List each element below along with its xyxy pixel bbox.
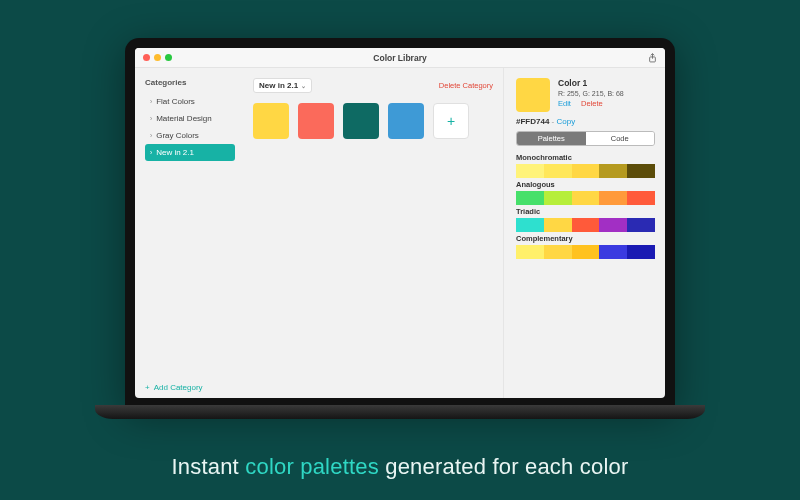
scheme-analogous: Analogous bbox=[516, 180, 655, 205]
delete-color-button[interactable]: Delete bbox=[581, 99, 603, 108]
scheme-color[interactable] bbox=[627, 218, 655, 232]
scheme-color[interactable] bbox=[516, 218, 544, 232]
chevron-right-icon: › bbox=[150, 132, 152, 139]
window-title: Color Library bbox=[135, 53, 665, 63]
scheme-strip bbox=[516, 164, 655, 178]
color-name: Color 1 bbox=[558, 78, 624, 88]
color-rgb-label: R: 255, G: 215, B: 68 bbox=[558, 90, 624, 97]
hex-value: #FFD744 bbox=[516, 117, 549, 126]
tab-code[interactable]: Code bbox=[586, 132, 655, 145]
scheme-triadic: Triadic bbox=[516, 207, 655, 232]
scheme-color[interactable] bbox=[599, 164, 627, 178]
scheme-title: Analogous bbox=[516, 180, 655, 189]
tagline: Instant color palettes generated for eac… bbox=[0, 454, 800, 480]
swatch-3[interactable] bbox=[388, 103, 424, 139]
scheme-strip bbox=[516, 218, 655, 232]
scheme-color[interactable] bbox=[627, 245, 655, 259]
scheme-color[interactable] bbox=[627, 164, 655, 178]
scheme-color[interactable] bbox=[572, 218, 600, 232]
detail-panel: Color 1 R: 255, G: 215, B: 68 Edit Delet… bbox=[503, 68, 665, 398]
swatch-1[interactable] bbox=[298, 103, 334, 139]
hex-row: #FFD744 - Copy bbox=[516, 117, 655, 126]
sidebar-item-1[interactable]: ›Material Design bbox=[145, 110, 235, 127]
sidebar-item-label: New in 2.1 bbox=[156, 148, 194, 157]
chevron-down-icon: ⌄ bbox=[301, 82, 306, 89]
scheme-color[interactable] bbox=[544, 245, 572, 259]
schemes: MonochromaticAnalogousTriadicComplementa… bbox=[516, 151, 655, 259]
scheme-color[interactable] bbox=[544, 218, 572, 232]
scheme-color[interactable] bbox=[544, 191, 572, 205]
sidebar-heading: Categories bbox=[145, 78, 235, 87]
sidebar-item-2[interactable]: ›Gray Colors bbox=[145, 127, 235, 144]
scheme-color[interactable] bbox=[599, 191, 627, 205]
scheme-color[interactable] bbox=[516, 245, 544, 259]
main-panel: New in 2.1 ⌄ Delete Category + bbox=[243, 68, 503, 398]
sidebar-item-label: Flat Colors bbox=[156, 97, 195, 106]
content-area: Categories ›Flat Colors›Material Design›… bbox=[135, 68, 665, 398]
laptop-frame: Color Library Categories ›Flat Colors›Ma… bbox=[125, 38, 675, 408]
app-window: Color Library Categories ›Flat Colors›Ma… bbox=[135, 48, 665, 398]
plus-icon: + bbox=[447, 113, 455, 129]
plus-icon: + bbox=[145, 383, 150, 392]
scheme-color[interactable] bbox=[599, 218, 627, 232]
sidebar-item-label: Gray Colors bbox=[156, 131, 199, 140]
sidebar-item-label: Material Design bbox=[156, 114, 212, 123]
scheme-color[interactable] bbox=[572, 191, 600, 205]
category-header: New in 2.1 ⌄ Delete Category bbox=[253, 78, 493, 93]
scheme-color[interactable] bbox=[544, 164, 572, 178]
chevron-right-icon: › bbox=[150, 149, 152, 156]
detail-segment: Palettes Code bbox=[516, 131, 655, 146]
add-swatch-button[interactable]: + bbox=[433, 103, 469, 139]
scheme-color[interactable] bbox=[572, 164, 600, 178]
scheme-color[interactable] bbox=[516, 191, 544, 205]
swatch-grid: + bbox=[253, 103, 493, 139]
scheme-complementary: Complementary bbox=[516, 234, 655, 259]
copy-hex-button[interactable]: Copy bbox=[556, 117, 575, 126]
scheme-color[interactable] bbox=[516, 164, 544, 178]
add-category-label: Add Category bbox=[154, 383, 203, 392]
scheme-strip bbox=[516, 245, 655, 259]
chevron-right-icon: › bbox=[150, 115, 152, 122]
titlebar: Color Library bbox=[135, 48, 665, 68]
scheme-color[interactable] bbox=[599, 245, 627, 259]
scheme-color[interactable] bbox=[627, 191, 655, 205]
scheme-color[interactable] bbox=[572, 245, 600, 259]
scheme-monochromatic: Monochromatic bbox=[516, 153, 655, 178]
color-preview bbox=[516, 78, 550, 112]
laptop-base bbox=[95, 405, 705, 419]
scheme-title: Complementary bbox=[516, 234, 655, 243]
chevron-right-icon: › bbox=[150, 98, 152, 105]
sidebar-item-0[interactable]: ›Flat Colors bbox=[145, 93, 235, 110]
scheme-title: Triadic bbox=[516, 207, 655, 216]
category-dropdown[interactable]: New in 2.1 ⌄ bbox=[253, 78, 312, 93]
delete-category-button[interactable]: Delete Category bbox=[439, 81, 493, 90]
category-name: New in 2.1 bbox=[259, 81, 298, 90]
swatch-2[interactable] bbox=[343, 103, 379, 139]
scheme-title: Monochromatic bbox=[516, 153, 655, 162]
tab-palettes[interactable]: Palettes bbox=[517, 132, 586, 145]
add-category-button[interactable]: + Add Category bbox=[145, 383, 235, 392]
swatch-0[interactable] bbox=[253, 103, 289, 139]
sidebar: Categories ›Flat Colors›Material Design›… bbox=[135, 68, 243, 398]
scheme-strip bbox=[516, 191, 655, 205]
sidebar-item-3[interactable]: ›New in 2.1 bbox=[145, 144, 235, 161]
edit-color-button[interactable]: Edit bbox=[558, 99, 571, 108]
